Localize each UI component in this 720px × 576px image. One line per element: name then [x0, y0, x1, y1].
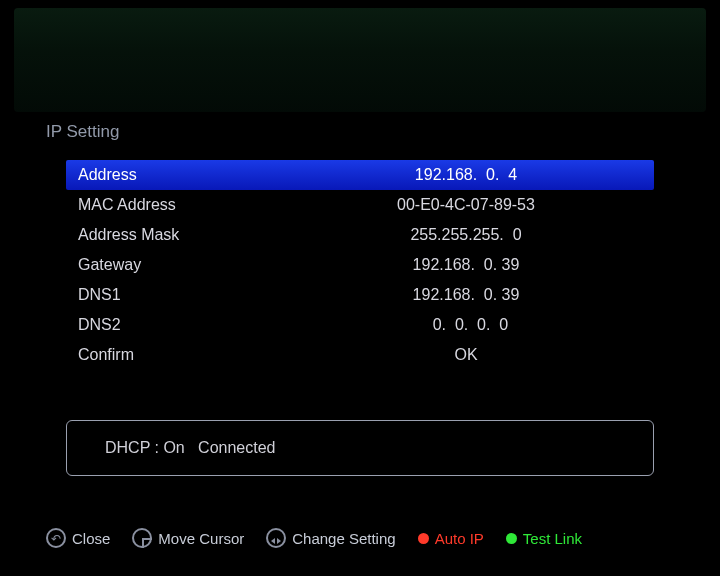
status-box: DHCP : On Connected — [66, 420, 654, 476]
footer-test-link-label: Test Link — [523, 530, 582, 547]
footer-move-label: Move Cursor — [158, 530, 244, 547]
footer-test-link[interactable]: Test Link — [506, 530, 582, 547]
row-gateway[interactable]: Gateway 192.168. 0. 39 — [66, 250, 654, 280]
row-dns1[interactable]: DNS1 192.168. 0. 39 — [66, 280, 654, 310]
green-dot-icon — [506, 533, 517, 544]
footer-close[interactable]: Close — [46, 528, 110, 548]
header-band — [14, 8, 706, 112]
row-address-mask[interactable]: Address Mask 255.255.255. 0 — [66, 220, 654, 250]
footer-close-label: Close — [72, 530, 110, 547]
row-value: 255.255.255. 0 — [318, 226, 654, 244]
footer: Close Move Cursor Change Setting Auto IP… — [46, 528, 674, 548]
dhcp-state: On — [163, 439, 184, 457]
footer-change-setting[interactable]: Change Setting — [266, 528, 395, 548]
row-label: Address Mask — [78, 226, 318, 244]
footer-auto-ip[interactable]: Auto IP — [418, 530, 484, 547]
row-value: 192.168. 0. 4 — [318, 166, 654, 184]
row-dns2[interactable]: DNS2 0. 0. 0. 0 — [66, 310, 654, 340]
footer-change-label: Change Setting — [292, 530, 395, 547]
row-address[interactable]: Address 192.168. 0. 4 — [66, 160, 654, 190]
row-value: OK — [318, 346, 654, 364]
back-icon — [46, 528, 66, 548]
row-label: MAC Address — [78, 196, 318, 214]
row-value: 0. 0. 0. 0 — [318, 316, 654, 334]
red-dot-icon — [418, 533, 429, 544]
dhcp-label: DHCP : — [105, 439, 159, 457]
row-mac-address[interactable]: MAC Address 00-E0-4C-07-89-53 — [66, 190, 654, 220]
row-label: Gateway — [78, 256, 318, 274]
footer-auto-ip-label: Auto IP — [435, 530, 484, 547]
row-label: Address — [78, 166, 318, 184]
row-label: DNS1 — [78, 286, 318, 304]
row-label: Confirm — [78, 346, 318, 364]
dpad-icon — [132, 528, 152, 548]
footer-move-cursor[interactable]: Move Cursor — [132, 528, 244, 548]
settings-list: Address 192.168. 0. 4 MAC Address 00-E0-… — [66, 160, 654, 370]
row-confirm[interactable]: Confirm OK — [66, 340, 654, 370]
row-value: 192.168. 0. 39 — [318, 256, 654, 274]
row-label: DNS2 — [78, 316, 318, 334]
row-value: 192.168. 0. 39 — [318, 286, 654, 304]
page-title: IP Setting — [46, 122, 119, 142]
left-right-icon — [266, 528, 286, 548]
connection-state: Connected — [198, 439, 275, 457]
row-value: 00-E0-4C-07-89-53 — [318, 196, 654, 214]
